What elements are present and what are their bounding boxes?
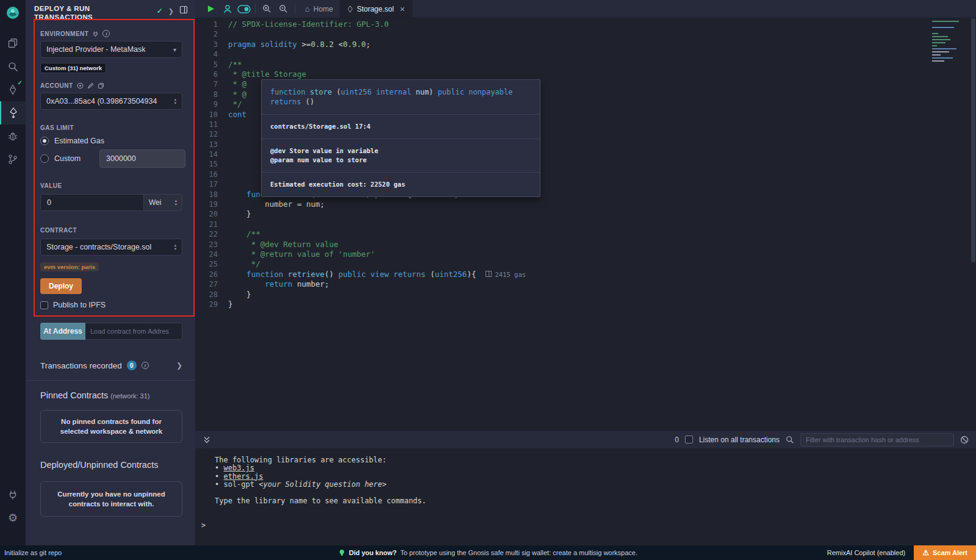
- function-hover-tooltip: function store (uint256 internal num) pu…: [261, 79, 540, 197]
- copilot-status[interactable]: RemixAI Copilot (enabled): [827, 549, 905, 556]
- transactions-count-badge: 0: [127, 361, 137, 370]
- publish-ipfs-checkbox[interactable]: [40, 301, 48, 309]
- estimated-gas-radio-row: Estimated Gas: [40, 137, 182, 145]
- debugger-icon[interactable]: [0, 124, 26, 148]
- code-line: 27 return number;: [195, 279, 976, 289]
- did-you-know-tip: Did you know? To prototype using the Gno…: [339, 549, 637, 556]
- at-address-button[interactable]: At Address: [40, 323, 85, 340]
- line-number: 5: [195, 60, 228, 70]
- line-number: 9: [195, 99, 228, 109]
- minimap[interactable]: [932, 21, 967, 63]
- panel-title: DEPLOY & RUN TRANSACTIONS: [34, 4, 93, 21]
- listen-all-transactions-checkbox[interactable]: [685, 436, 693, 443]
- sign-message-pencil-icon[interactable]: [87, 82, 94, 89]
- plugin-manager-icon[interactable]: [0, 483, 26, 506]
- line-number: 27: [195, 279, 228, 289]
- environment-label: ENVIRONMENT: [40, 31, 88, 37]
- remix-ide: ✓ ⚙ DEPLOY & RUN: [0, 0, 976, 560]
- account-select[interactable]: 0xA03...85ac4 (0.398673504934 ▴▾: [40, 93, 182, 110]
- line-number: 14: [195, 149, 228, 159]
- transactions-info-icon[interactable]: i: [142, 362, 149, 369]
- code-line: 24 * @return value of 'number': [195, 249, 976, 259]
- deploy-run-panel: DEPLOY & RUN TRANSACTIONS ✓ ❯ ENVIRONMEN…: [26, 0, 195, 545]
- home-icon: ⌂: [305, 4, 310, 13]
- code-line: 28 }: [195, 290, 976, 300]
- stepper-icon: ▴▾: [175, 199, 177, 206]
- clear-console-icon[interactable]: [960, 436, 969, 444]
- copy-account-icon[interactable]: [98, 82, 104, 89]
- terminal-prompt[interactable]: >: [201, 521, 976, 529]
- create-account-icon[interactable]: [77, 82, 84, 89]
- terminal-tx-count: 0: [675, 436, 679, 444]
- line-number: 10: [195, 110, 228, 120]
- line-number: 29: [195, 300, 228, 309]
- tab-storage-sol[interactable]: Storage.sol ×: [340, 0, 412, 18]
- terminal[interactable]: The following libraries are accessible:•…: [195, 448, 976, 545]
- divider: [26, 380, 195, 381]
- panel-pin-icon[interactable]: [179, 5, 188, 16]
- panel-expand-chevron-icon[interactable]: ❯: [168, 7, 174, 15]
- code-line: 2: [195, 29, 976, 39]
- search-icon[interactable]: [0, 55, 26, 78]
- copilot-toggle-icon[interactable]: [235, 0, 252, 18]
- deploy-and-run-icon[interactable]: [0, 101, 26, 124]
- transaction-filter-input[interactable]: [800, 433, 954, 447]
- tooltip-docs: @dev Store value in variable@param num v…: [262, 138, 540, 172]
- editor-scrollbar[interactable]: [971, 18, 976, 430]
- caret-down-icon: ▾: [173, 46, 176, 53]
- environment-select[interactable]: Injected Provider - MetaMask ▾: [40, 41, 182, 58]
- line-number: 18: [195, 190, 228, 199]
- code-line: 26 function retrieve() public view retur…: [195, 270, 976, 279]
- panel-check-icon: ✓: [157, 7, 163, 15]
- tab-home[interactable]: ⌂ Home: [298, 0, 340, 18]
- line-number: 22: [195, 229, 228, 239]
- publish-ipfs-row: Publish to IPFS: [40, 301, 182, 309]
- deploy-button[interactable]: Deploy: [40, 278, 82, 294]
- remix-logo-icon[interactable]: [5, 5, 21, 23]
- environment-info-icon[interactable]: i: [102, 30, 110, 37]
- code-line: 19 number = num;: [195, 199, 976, 209]
- code-line: 21: [195, 220, 976, 229]
- close-tab-icon[interactable]: ×: [400, 4, 405, 14]
- line-number: 17: [195, 179, 228, 189]
- source-control-icon[interactable]: [0, 148, 26, 171]
- contract-select[interactable]: Storage - contracts/Storage.sol ▴▾: [40, 239, 182, 256]
- line-number: 6: [195, 70, 228, 79]
- file-explorer-icon[interactable]: [0, 32, 26, 55]
- custom-gas-input[interactable]: [99, 149, 185, 168]
- code-line: 4: [195, 49, 976, 59]
- main-area: ⌂ Home Storage.sol × 1// SPDX-License-Id…: [195, 0, 976, 545]
- line-number: 21: [195, 220, 228, 229]
- deployed-contracts-empty-message: Currently you have no unpinned contracts…: [40, 481, 182, 517]
- status-bar: Initialize as git repo Did you know? To …: [0, 545, 976, 560]
- line-number: 25: [195, 259, 228, 269]
- custom-gas-radio[interactable]: [40, 154, 49, 163]
- line-number: 13: [195, 140, 228, 149]
- zoom-out-icon[interactable]: [275, 0, 292, 18]
- line-number: 16: [195, 170, 228, 179]
- solidity-compiler-icon[interactable]: ✓: [0, 78, 26, 101]
- value-label: VALUE: [40, 182, 62, 189]
- estimated-gas-radio[interactable]: [40, 137, 49, 145]
- pinned-contracts-title: Pinned Contracts (network: 31): [40, 390, 182, 400]
- at-address-input[interactable]: [85, 323, 182, 340]
- ai-assistant-person-icon[interactable]: [219, 0, 235, 18]
- terminal-line: • sol-gpt <your Solidity question here>: [215, 481, 976, 489]
- custom-gas-radio-row: Custom: [40, 149, 182, 168]
- environment-plug-icon[interactable]: [92, 31, 99, 37]
- terminal-collapse-icon[interactable]: [203, 436, 211, 444]
- value-input[interactable]: [40, 194, 144, 211]
- code-editor[interactable]: 1// SPDX-License-Identifier: GPL-3.023pr…: [195, 18, 976, 430]
- value-unit-select[interactable]: Wei ▴▾: [144, 194, 182, 211]
- run-script-play-icon[interactable]: [203, 0, 219, 18]
- compile-success-check-icon: ✓: [18, 79, 23, 86]
- line-number: 2: [195, 29, 228, 39]
- settings-gear-icon[interactable]: ⚙: [0, 506, 26, 529]
- transactions-expand-chevron-icon[interactable]: ❯: [176, 361, 182, 370]
- terminal-header: 0 Listen on all transactions: [195, 430, 976, 448]
- scam-alert-button[interactable]: ⚠ Scam Alert: [914, 545, 976, 560]
- terminal-line: [215, 489, 976, 497]
- zoom-in-icon[interactable]: [259, 0, 275, 18]
- git-init-status[interactable]: Initialize as git repo: [0, 549, 62, 556]
- gas-limit-label: GAS LIMIT: [40, 124, 74, 131]
